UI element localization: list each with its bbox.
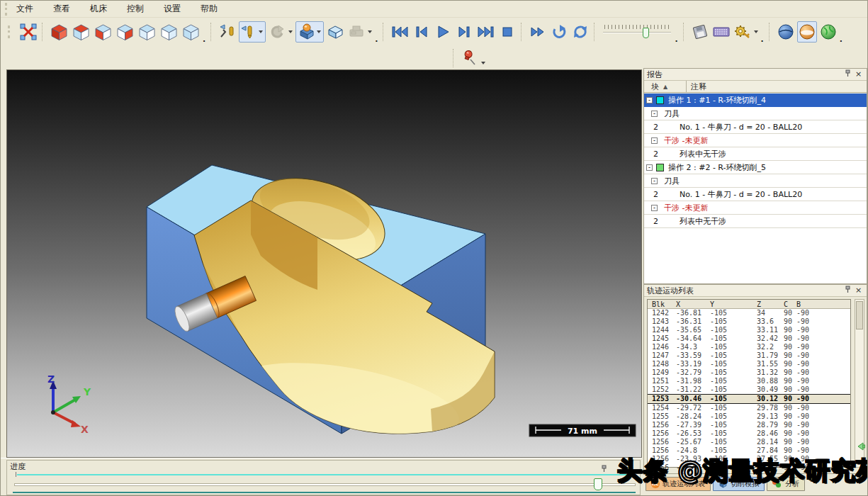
slider-handle[interactable] xyxy=(643,28,649,38)
trajectory-row[interactable]: 1242-36.81-1053490-90 xyxy=(648,309,850,317)
trajectory-row[interactable]: 1256-27.39-10528.7990-90 xyxy=(648,421,850,429)
step-back-button[interactable] xyxy=(412,21,432,43)
report-column-header[interactable]: 块▲ 注释 xyxy=(644,81,867,93)
expander-icon[interactable]: - xyxy=(651,205,658,211)
machine-display-button[interactable] xyxy=(346,21,366,43)
menubar-grip[interactable] xyxy=(5,3,9,16)
dropdown-arrow-icon[interactable] xyxy=(259,30,263,33)
panel-close-icon[interactable]: × xyxy=(853,69,864,79)
settings-button[interactable] xyxy=(733,21,753,43)
stop-button[interactable] xyxy=(497,21,517,43)
expander-icon[interactable]: - xyxy=(646,97,653,103)
report-row-item[interactable]: 2No. 1 - 牛鼻刀 - d = 20 - BALL20 xyxy=(644,188,867,201)
redo-button[interactable] xyxy=(549,21,569,43)
trajectory-row[interactable]: 1249-32.79-10531.3290-90 xyxy=(648,368,850,377)
report-row-group[interactable]: -干涉 -未更新 xyxy=(644,134,867,147)
report-row-item[interactable]: 2列表中无干涉 xyxy=(644,215,867,228)
dropdown-arrow-icon[interactable] xyxy=(368,30,372,33)
step-forward-button[interactable] xyxy=(454,21,474,43)
overflow-dot-icon[interactable]: . xyxy=(840,38,842,42)
view-cube-button-4[interactable] xyxy=(115,21,135,43)
overflow-dot-icon[interactable]: . xyxy=(761,38,764,42)
trajectory-row[interactable]: 1244-35.65-10533.1190-90 xyxy=(648,326,850,334)
axis-label-x: X xyxy=(81,424,89,435)
trajectory-row[interactable]: 1254-29.72-10529.7890-90 xyxy=(648,404,850,412)
fast-forward-button[interactable] xyxy=(528,21,548,43)
trajectory-row[interactable]: 1255-28.24-10529.1390-90 xyxy=(648,412,850,421)
trajectory-row[interactable]: 1246-34.3-10532.290-90 xyxy=(648,343,850,351)
trajectory-row[interactable]: 1245-34.64-10532.4290-90 xyxy=(648,334,850,343)
view-cube-button-6[interactable] xyxy=(159,21,179,43)
view-sphere-blue-button[interactable] xyxy=(776,21,796,43)
view-cube-icon-3 xyxy=(94,23,113,42)
scrollbar-thumb[interactable] xyxy=(856,301,863,329)
toolbar-grip[interactable] xyxy=(8,26,12,38)
panel-close-icon[interactable]: × xyxy=(853,286,864,295)
dropdown-arrow-icon[interactable] xyxy=(288,30,293,33)
scroll-left-arrow-icon[interactable] xyxy=(855,440,865,453)
report-row-item[interactable]: 2列表中无干涉 xyxy=(644,147,867,161)
expander-icon[interactable]: - xyxy=(646,164,653,171)
pushpin-button[interactable] xyxy=(460,47,480,69)
overflow-dot-icon[interactable]: . xyxy=(375,38,378,42)
trajectory-row[interactable]: 1251-31.98-10530.8890-90 xyxy=(648,377,850,385)
play-button[interactable] xyxy=(433,21,453,43)
view-cube-button-7[interactable] xyxy=(181,21,201,43)
slider-track[interactable] xyxy=(603,32,671,33)
viewport-3d[interactable]: Z Y X 71 mm xyxy=(6,69,642,458)
control-panel-button[interactable] xyxy=(711,21,731,43)
menu-view[interactable]: 查看 xyxy=(52,2,72,16)
menu-help[interactable]: 帮助 xyxy=(199,2,219,16)
menu-file[interactable]: 文件 xyxy=(15,2,35,16)
tool-display-button[interactable] xyxy=(239,21,266,43)
speed-slider[interactable] xyxy=(602,23,672,40)
report-row-group[interactable]: -刀具 xyxy=(644,174,867,188)
trajectory-row[interactable]: 1247-33.59-10531.7990-90 xyxy=(648,351,850,360)
timeline-slider-handle[interactable] xyxy=(594,478,602,490)
view-sphere-orange-button[interactable] xyxy=(797,21,817,43)
rewind-start-button[interactable] xyxy=(390,21,410,43)
overflow-dot-icon[interactable]: . xyxy=(203,38,205,42)
trajectory-row[interactable]: 1243-36.31-10533.690-90 xyxy=(648,317,850,326)
expander-icon[interactable]: - xyxy=(651,137,658,144)
single-step-button[interactable] xyxy=(218,21,237,43)
column-block[interactable]: 块 xyxy=(651,81,659,92)
timeline-slider-track[interactable] xyxy=(14,483,636,486)
save-button[interactable] xyxy=(690,21,710,43)
trajectory-row[interactable]: 1256-25.67-10528.1490-90 xyxy=(648,438,850,446)
fit-view-button[interactable] xyxy=(18,21,38,43)
trajectory-row[interactable]: 1248-33.19-10531.5590-90 xyxy=(648,360,850,368)
refresh-button[interactable] xyxy=(570,21,590,43)
panel-pin-icon[interactable] xyxy=(842,286,853,295)
expander-icon[interactable]: - xyxy=(651,111,658,117)
group-label: 干涉 -未更新 xyxy=(661,135,708,146)
report-row-operation[interactable]: -操作 2 : #2 - R-环绕切削_5 xyxy=(644,161,867,174)
menu-control[interactable]: 控制 xyxy=(125,2,145,16)
dropdown-arrow-icon[interactable] xyxy=(317,30,321,33)
report-row-group[interactable]: -干涉 -未更新 xyxy=(644,201,867,215)
view-cube-button-3[interactable] xyxy=(93,21,113,43)
expander-icon[interactable]: - xyxy=(651,178,658,184)
overflow-dot-icon[interactable]: . xyxy=(675,38,677,42)
report-row-item[interactable]: 2No. 1 - 牛鼻刀 - d = 20 - BALL20 xyxy=(644,120,867,134)
menu-machine[interactable]: 机床 xyxy=(89,2,108,16)
report-row-operation[interactable]: -操作 1 : #1 - R-环绕切削_4 xyxy=(644,94,867,107)
workpiece-display-button[interactable] xyxy=(295,21,324,43)
dropdown-arrow-icon[interactable] xyxy=(481,62,485,64)
trajectory-row[interactable]: 1256-26.53-10528.4690-90 xyxy=(648,429,850,438)
report-row-group[interactable]: -刀具 xyxy=(644,107,867,120)
view-sphere-green-button[interactable] xyxy=(818,21,838,43)
fast-forward-end-button[interactable] xyxy=(475,21,496,43)
panel-pin-icon[interactable] xyxy=(842,69,853,79)
trajectory-row[interactable]: 1252-31.22-10530.4990-90 xyxy=(648,385,850,394)
menu-setup[interactable]: 设置 xyxy=(162,2,182,16)
stock-display-button[interactable] xyxy=(325,21,345,43)
view-cube-button-5[interactable] xyxy=(137,21,157,43)
trajectory-row[interactable]: 1253-30.46-10530.1290-90 xyxy=(648,394,850,404)
view-cube-button-2[interactable] xyxy=(71,21,91,43)
view-cube-button-1[interactable] xyxy=(49,21,69,43)
column-comment[interactable]: 注释 xyxy=(687,81,867,92)
undo-button[interactable] xyxy=(267,21,287,43)
trajectory-panel-title: 轨迹运动列表 xyxy=(647,286,694,296)
dropdown-arrow-icon[interactable] xyxy=(754,30,758,33)
